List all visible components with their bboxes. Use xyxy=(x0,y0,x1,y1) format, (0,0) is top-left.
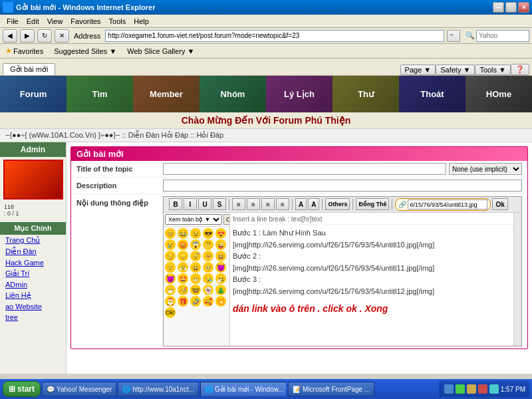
emote-10[interactable]: 😜 xyxy=(215,239,226,250)
emote-29[interactable]: 👻 xyxy=(203,285,213,295)
banner-tim[interactable]: Tìm xyxy=(66,76,133,112)
favorites-button[interactable]: ★ Favorites xyxy=(3,46,46,56)
sidebar-item-tree[interactable]: tree xyxy=(0,312,66,323)
emote-6[interactable]: 😢 xyxy=(165,239,176,250)
menu-edit[interactable]: Edit xyxy=(23,16,43,27)
emote-4[interactable]: 😎 xyxy=(203,228,213,239)
emote-27[interactable]: 🥳 xyxy=(178,285,188,295)
strikethrough-button[interactable]: S xyxy=(213,198,226,210)
emote-13[interactable]: 😴 xyxy=(190,251,201,261)
banner-nhom[interactable]: Nhóm xyxy=(200,76,266,112)
sidebar-item-admin[interactable]: ADmin xyxy=(0,279,66,290)
go-button[interactable]: → xyxy=(447,30,460,42)
sidebar-item-lienhe[interactable]: Liên Hệ xyxy=(0,290,66,301)
emote-7[interactable]: 😡 xyxy=(178,239,188,250)
forward-button[interactable]: ▶ xyxy=(20,29,35,43)
highlight-button[interactable]: A xyxy=(308,198,319,210)
emote-24[interactable]: 😪 xyxy=(203,273,213,284)
others-button[interactable]: Others xyxy=(325,198,350,210)
font-color-button[interactable]: A xyxy=(295,198,307,210)
emote-26[interactable]: 😷 xyxy=(165,285,176,295)
page-button[interactable]: Page ▼ xyxy=(400,65,436,75)
banner-lylich[interactable]: Lý Lịch xyxy=(266,76,332,112)
description-input[interactable] xyxy=(163,180,522,192)
emote-35[interactable]: 💥 xyxy=(215,296,226,307)
taskbar-item-browser1[interactable]: 🌐 http://www.10a1nct... xyxy=(118,382,199,396)
emote-19[interactable]: 🥺 xyxy=(203,262,213,273)
banner-member[interactable]: Member xyxy=(133,76,200,112)
menu-view[interactable]: View xyxy=(43,16,67,27)
help-button[interactable]: ❓ xyxy=(511,64,529,75)
sidebar-item-giaithri[interactable]: Giải Trí xyxy=(0,268,66,279)
emote-34[interactable]: 🥰 xyxy=(203,296,213,307)
emote-22[interactable]: 🤩 xyxy=(178,273,188,284)
emote-16[interactable]: 🙁 xyxy=(165,262,176,273)
bold-button[interactable]: B xyxy=(169,198,182,210)
image-url-input[interactable] xyxy=(408,200,487,209)
sidebar-item-trangchu[interactable]: Trang Chủ xyxy=(0,235,66,246)
banner-forum[interactable]: Forum xyxy=(0,76,66,112)
sidebar-item-aowebsite[interactable]: ao Website xyxy=(0,301,66,312)
align-justify-button[interactable]: ≡ xyxy=(276,198,289,210)
close-button[interactable]: ✕ xyxy=(518,2,529,13)
emote-12[interactable]: 😞 xyxy=(178,251,188,261)
editor-scrollbar[interactable] xyxy=(513,213,521,346)
emote-25[interactable]: 🤧 xyxy=(215,273,226,284)
emote-33[interactable]: 🤣 xyxy=(190,296,201,307)
sidebar-item-hackgame[interactable]: Hack Game xyxy=(0,257,66,268)
emote-1[interactable]: 😊 xyxy=(165,228,176,239)
menu-favorites[interactable]: Favorites xyxy=(66,16,104,27)
emote-ok-button[interactable]: Ok xyxy=(223,214,230,225)
banner-thu[interactable]: Thư xyxy=(332,76,399,112)
maximize-button[interactable]: □ xyxy=(505,2,517,13)
refresh-button[interactable]: ↻ xyxy=(37,29,52,43)
emote-28[interactable]: 🤓 xyxy=(190,285,201,295)
taskbar-item-browser2[interactable]: 🌐 Gởi bài mới - Window... xyxy=(200,382,287,396)
taskbar-item-frontpage[interactable]: 📝 Microsoft FrontPage ... xyxy=(288,382,374,396)
emote-17[interactable]: 😤 xyxy=(178,262,188,273)
emote-32[interactable]: 🎁 xyxy=(178,296,188,307)
italic-button[interactable]: I xyxy=(184,198,197,210)
title-input[interactable] xyxy=(163,163,446,175)
web-slice-gallery[interactable]: Web Slice Gallery ▼ xyxy=(124,47,197,56)
sidebar-item-diendan[interactable]: Diễn Đàn xyxy=(0,246,66,257)
address-input[interactable] xyxy=(105,30,444,42)
suggested-sites[interactable]: Suggested Sites ▼ xyxy=(51,47,119,56)
emote-18[interactable]: 😃 xyxy=(190,262,201,273)
emote-36[interactable]: Ok! xyxy=(165,307,176,318)
emote-31[interactable]: 🎅 xyxy=(165,296,176,307)
search-input[interactable] xyxy=(476,30,529,42)
emote-23[interactable]: 😬 xyxy=(190,273,201,284)
menu-tools[interactable]: Tools xyxy=(105,16,130,27)
emote-2[interactable]: 😂 xyxy=(178,228,188,239)
emote-21[interactable]: 👿 xyxy=(165,273,176,284)
image-ok-button[interactable]: Ok xyxy=(492,198,507,210)
dong-the-button[interactable]: Đồng Thê xyxy=(356,198,389,210)
menu-file[interactable]: File xyxy=(3,16,23,27)
active-tab[interactable]: Gởi bài mới xyxy=(3,63,55,75)
menu-help[interactable]: Help xyxy=(130,16,153,27)
align-right-button[interactable]: ≡ xyxy=(261,198,275,210)
align-left-button[interactable]: ≡ xyxy=(232,198,245,210)
stop-button[interactable]: ✕ xyxy=(55,29,69,43)
emote-select[interactable]: Xem toàn bộ ▼ xyxy=(165,214,222,225)
emote-14[interactable]: 🤗 xyxy=(203,251,213,261)
tools-button[interactable]: Tools ▼ xyxy=(475,65,511,75)
safety-button[interactable]: Safety ▼ xyxy=(436,65,475,75)
emote-3[interactable]: 😉 xyxy=(190,228,201,239)
emote-5[interactable]: 😍 xyxy=(215,228,226,239)
emote-20[interactable]: 😈 xyxy=(215,262,226,273)
align-center-button[interactable]: ≡ xyxy=(247,198,260,210)
back-button[interactable]: ◀ xyxy=(3,29,17,43)
emote-9[interactable]: 🤔 xyxy=(203,239,213,250)
start-button[interactable]: ⊞ start xyxy=(3,381,41,397)
banner-home[interactable]: HOme xyxy=(466,76,532,112)
taskbar-item-yahoo[interactable]: 💬 Yahoo! Messenger xyxy=(42,382,116,396)
banner-thoat[interactable]: Thoát xyxy=(399,76,466,112)
emote-30[interactable]: 🎄 xyxy=(215,285,226,295)
editor-content[interactable]: Insert a line break : text[hr]text Bước … xyxy=(230,213,521,346)
minimize-button[interactable]: — xyxy=(493,2,504,13)
underline-button[interactable]: U xyxy=(198,198,211,210)
emote-11[interactable]: 😏 xyxy=(165,251,176,261)
emote-15[interactable]: 😆 xyxy=(215,251,226,261)
